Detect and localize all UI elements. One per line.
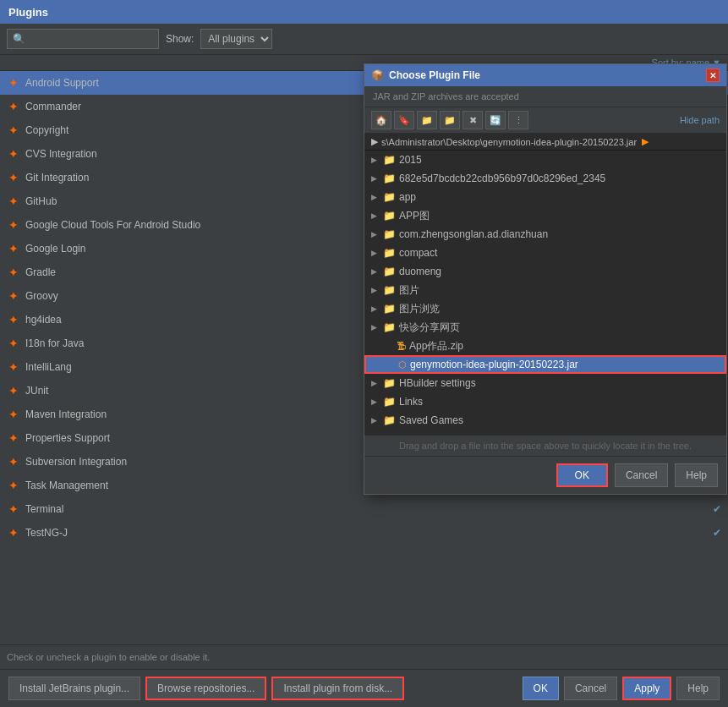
folder-new-button[interactable]: 📁 [440,111,460,129]
folder-icon: 📁 [383,396,396,408]
plugins-titlebar: Plugins [0,0,728,24]
plugin-star-icon: ✦ [7,455,20,469]
plugins-title: Plugins [8,6,48,19]
tree-item-label: 快诊分享网页 [399,321,460,335]
tree-item-com[interactable]: ▶ 📁 com.zhengsonglan.ad.dianzhuan [364,225,726,244]
current-path: s\Administrator\Desktop\genymotion-idea-… [381,137,637,147]
modal-titlebar: 📦 Choose Plugin File ✕ [364,64,726,86]
plugin-name: Maven Integration [25,408,107,420]
modal-toolbar-buttons: 🏠 🔖 📁 📁 ✖ 🔄 ⋮ [371,111,528,129]
plugins-window: Plugins Show: All plugins Enabled Disabl… [0,0,728,707]
plugin-check[interactable]: ✔ [713,527,721,539]
plugin-star-icon: ✦ [7,408,20,421]
tree-item-app-img[interactable]: ▶ 📁 APP图 [364,206,726,225]
plugin-name: Commander [25,101,81,112]
expand-icon: ▶ [371,267,383,276]
more-button[interactable]: ⋮ [508,111,528,129]
folder-button[interactable]: 📁 [417,111,437,129]
tree-item-app[interactable]: ▶ 📁 app [364,188,726,206]
modal-close-button[interactable]: ✕ [706,69,720,82]
home-button[interactable]: 🏠 [371,111,391,129]
plugin-name: CVS Integration [25,148,97,160]
dialog-ok-button[interactable]: OK [556,463,608,487]
path-arrow: ▶ [371,136,378,147]
plugin-star-icon: ✦ [7,242,20,255]
tree-item-pics[interactable]: ▶ 📁 图片 [364,281,726,299]
plugin-name: Git Integration [25,172,89,184]
tree-item-682e[interactable]: ▶ 📁 682e5d7bcdcb22cdb956b97d0c8296ed_234… [364,169,726,188]
bookmark-button[interactable]: 🔖 [394,111,414,129]
plugin-name: Gradle [25,266,56,278]
folder-icon: 📁 [383,210,396,222]
apply-button[interactable]: Apply [622,677,671,700]
expand-icon: ▶ [371,323,383,332]
tree-item-label: duomeng [399,266,441,277]
plugin-name: JUnit [25,385,48,397]
plugin-name: Android Support [25,77,99,89]
file-tree: ▶ 📁 2015 ▶ 📁 682e5d7bcdcb22cdb956b97d0c8… [364,151,726,435]
hide-path-link[interactable]: Hide path [680,115,720,125]
tree-item-hbuilder[interactable]: ▶ 📁 HBuilder settings [364,374,726,392]
dialog-cancel-button[interactable]: Cancel [615,463,668,487]
install-jetbrains-button[interactable]: Install JetBrains plugin... [8,677,140,700]
install-disk-button[interactable]: Install plugin from disk... [271,677,404,700]
plugin-star-icon: ✦ [7,289,20,303]
plugin-name: TestNG-J [25,527,68,539]
delete-button[interactable]: ✖ [463,111,483,129]
refresh-button[interactable]: 🔄 [485,111,506,129]
plugin-star-icon: ✦ [7,479,20,492]
plugin-star-icon: ✦ [7,123,20,137]
folder-icon: 📁 [383,154,396,166]
tree-item-share[interactable]: ▶ 📁 快诊分享网页 [364,318,726,337]
tree-item-jar[interactable]: ⬡ genymotion-idea-plugin-20150223.jar [364,355,726,374]
plugin-star-icon: ✦ [7,266,20,279]
expand-icon: ▶ [371,286,383,294]
folder-icon: 📁 [383,321,396,333]
plugin-item-testng[interactable]: ✦ TestNG-J ✔ [0,521,728,545]
plugins-footer: Install JetBrains plugin... Browse repos… [0,669,728,707]
plugin-star-icon: ✦ [7,313,20,326]
tree-item-links[interactable]: ▶ 📁 Links [364,392,726,411]
expand-icon: ▶ [371,211,383,220]
tree-item-2015[interactable]: ▶ 📁 2015 [364,151,726,169]
footer-right-buttons: OK Cancel Apply Help [523,677,720,700]
folder-icon: 📁 [383,303,396,315]
expand-icon: ▶ [371,156,383,164]
browse-repos-button[interactable]: Browse repositories... [145,677,266,700]
plugin-name: Task Management [25,480,108,491]
cancel-button[interactable]: Cancel [564,677,617,700]
tree-item-compact[interactable]: ▶ 📁 compact [364,244,726,262]
tree-item-label: compact [399,247,437,259]
plugin-star-icon: ✦ [7,502,20,516]
plugin-star-icon: ✦ [7,384,20,397]
search-input[interactable] [7,29,159,49]
modal-toolbar: 🏠 🔖 📁 📁 ✖ 🔄 ⋮ Hide path [364,107,726,134]
expand-icon: ▶ [371,379,383,387]
modal-subtitle: JAR and ZIP archives are accepted [364,86,726,107]
plugin-star-icon: ✦ [7,147,20,161]
path-bar: ▶ s\Administrator\Desktop\genymotion-ide… [364,134,726,151]
tree-item-app-zip[interactable]: 🗜 App作品.zip [364,337,726,355]
tree-item-label: 图片浏览 [399,302,440,316]
show-select[interactable]: All plugins Enabled Disabled Bundled Cus… [200,29,272,49]
folder-icon: 📁 [383,228,396,240]
plugin-file-icon: 📦 [371,69,384,81]
plugin-name: GitHub [25,195,57,207]
modal-footer: OK Cancel Help [364,456,726,494]
plugin-check[interactable]: ✔ [713,503,721,515]
dialog-help-button[interactable]: Help [675,463,718,487]
tree-item-saved-games[interactable]: ▶ 📁 Saved Games [364,411,726,430]
folder-icon: 📁 [383,191,396,203]
plugin-star-icon: ✦ [7,100,20,113]
tree-item-pic-browse[interactable]: ▶ 📁 图片浏览 [364,299,726,318]
tree-item-duomeng[interactable]: ▶ 📁 duomeng [364,262,726,281]
tree-item-label: Saved Games [399,414,463,426]
tree-item-label: 682e5d7bcdcb22cdb956b97d0c8296ed_2345 [399,173,605,184]
ok-button[interactable]: OK [523,677,559,700]
folder-icon: 📁 [383,284,396,296]
plugin-name: Subversion Integration [25,456,127,468]
plugin-star-icon: ✦ [7,526,20,540]
plugin-item-terminal[interactable]: ✦ Terminal ✔ [0,497,728,521]
footer-action-buttons: Install JetBrains plugin... Browse repos… [8,677,404,700]
help-button[interactable]: Help [676,677,720,700]
